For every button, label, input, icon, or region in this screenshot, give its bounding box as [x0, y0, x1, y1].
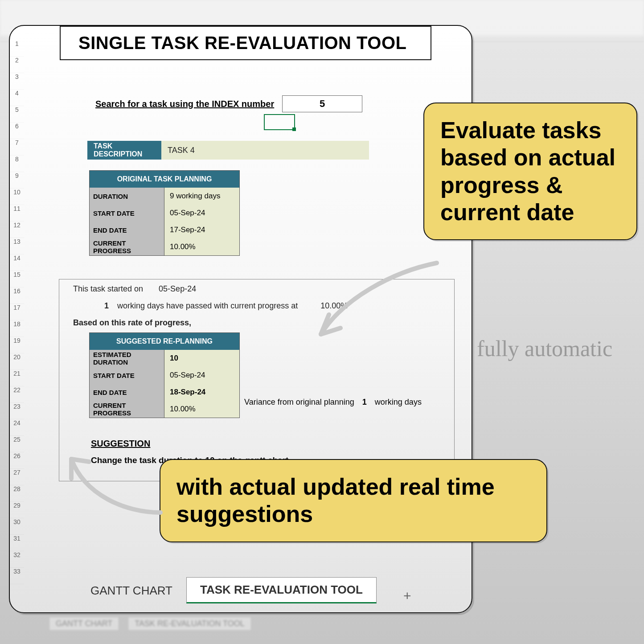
table-label: END DATE	[90, 384, 164, 401]
analysis-start-line: This task started on 05-Sep-24	[73, 284, 196, 294]
table-value: 10.00%	[164, 401, 239, 418]
original-planning-title: ORIGINAL TASK PLANNING	[90, 171, 239, 188]
task-description-row: TASK DESCRIPTION TASK 4	[87, 141, 369, 160]
page-title: SINGLE TASK RE-EVALUATION TOOL	[60, 26, 431, 60]
table-value: 10	[164, 350, 239, 367]
table-label: DURATION	[90, 188, 164, 205]
table-label: ESTIMATED DURATION	[90, 350, 164, 367]
analysis-progress-pct: 10.00%	[320, 301, 348, 310]
table-row: CURRENT PROGRESS10.00%	[90, 238, 239, 255]
table-row: ESTIMATED DURATION10	[90, 350, 239, 367]
search-label: Search for a task using the INDEX number	[95, 99, 274, 109]
fill-handle-icon[interactable]	[292, 127, 296, 131]
table-value: 05-Sep-24	[164, 205, 239, 222]
variance-value: 1	[362, 398, 367, 407]
row-numbers: 1234567891011121314151617181920212223242…	[10, 40, 24, 584]
table-label: CURRENT PROGRESS	[90, 238, 164, 255]
task-description-value: TASK 4	[161, 141, 369, 160]
sheet-tabs: GANTT CHART TASK RE-EVALUATION TOOL +	[77, 577, 454, 603]
table-value: 9 working days	[164, 188, 239, 205]
callout-suggestions: with actual updated real time suggestion…	[160, 459, 547, 542]
replanning-title: SUGGESTED RE-PLANNING	[90, 333, 239, 350]
table-label: START DATE	[90, 367, 164, 384]
callout-evaluate: Evaluate tasks based on actual progress …	[423, 103, 637, 240]
task-description-header: TASK DESCRIPTION	[87, 141, 161, 160]
table-label: START DATE	[90, 205, 164, 222]
analysis-start-text: This task started on	[73, 284, 143, 293]
table-row: START DATE05-Sep-24	[90, 367, 239, 384]
side-text-automatic: fully automatic	[477, 335, 612, 362]
add-sheet-button[interactable]: +	[403, 588, 411, 603]
table-row: END DATE18-Sep-24	[90, 384, 239, 401]
search-index-input[interactable]: 5	[282, 95, 362, 112]
analysis-days-text: working days have passed with current pr…	[117, 301, 298, 310]
table-value: 05-Sep-24	[164, 367, 239, 384]
variance-label: Variance from original planning	[244, 398, 354, 407]
table-value: 10.00%	[164, 238, 239, 255]
table-label: END DATE	[90, 222, 164, 238]
table-row: DURATION9 working days	[90, 188, 239, 205]
replanning-table: SUGGESTED RE-PLANNING ESTIMATED DURATION…	[89, 332, 240, 418]
variance-row: Variance from original planning 1 workin…	[244, 398, 422, 407]
table-row: CURRENT PROGRESS10.00%	[90, 401, 239, 418]
tab-gantt-chart[interactable]: GANTT CHART	[77, 578, 186, 603]
table-value: 18-Sep-24	[164, 384, 239, 401]
active-cell-indicator[interactable]	[264, 114, 295, 130]
ghost-sheet-tabs: GANTT CHARTTASK RE-EVALUATION TOOL	[49, 617, 251, 631]
search-row: Search for a task using the INDEX number…	[95, 95, 436, 113]
analysis-days-elapsed: 1	[104, 301, 109, 310]
analysis-rate-line: Based on this rate of progress,	[73, 318, 191, 328]
suggestion-heading: SUGGESTION	[91, 439, 150, 449]
table-value: 17-Sep-24	[164, 222, 239, 238]
variance-unit: working days	[375, 398, 422, 407]
tab-task-reeval[interactable]: TASK RE-EVALUATION TOOL	[186, 577, 377, 603]
analysis-progress-line: 1 working days have passed with current …	[104, 301, 348, 311]
table-label: CURRENT PROGRESS	[90, 401, 164, 418]
table-row: START DATE05-Sep-24	[90, 205, 239, 222]
original-planning-table: ORIGINAL TASK PLANNING DURATION9 working…	[89, 170, 240, 256]
table-row: END DATE17-Sep-24	[90, 222, 239, 238]
analysis-start-date: 05-Sep-24	[159, 284, 196, 293]
